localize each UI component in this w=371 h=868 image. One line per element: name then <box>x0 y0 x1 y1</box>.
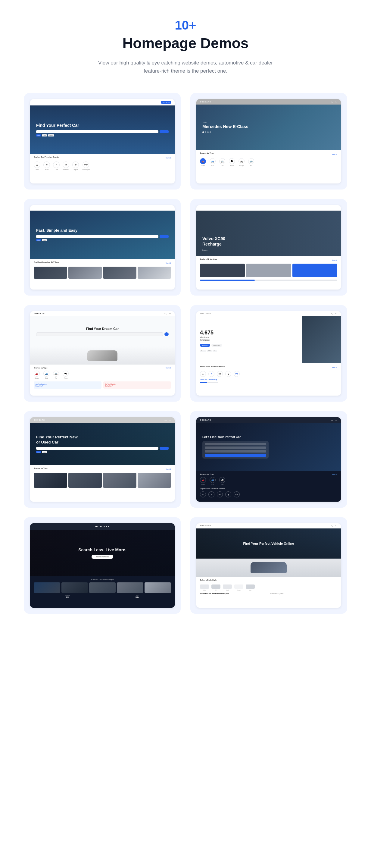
demo8-field-3[interactable] <box>205 450 266 453</box>
demo8-brand-2: F <box>208 491 214 497</box>
demo5-type-1: 🚗 Sedan <box>34 371 40 379</box>
demo5-view-all[interactable]: View All <box>166 367 171 369</box>
demo8-type-3-icon[interactable]: 🚐 <box>219 477 225 483</box>
demo9-search-btn[interactable]: Search Vehicles <box>92 555 113 559</box>
brand-bmw-icon: ★ <box>43 161 50 168</box>
demo-card-7[interactable]: BOXCARS Buy Sell Find Your Perfect Newor… <box>24 411 181 508</box>
demo8-type-2-label: SUV <box>211 484 214 485</box>
demo6-count-section: 4,675 VehiclesAvailable New Cars Used Ca… <box>196 316 302 363</box>
demo5-type-2-icon[interactable]: 🚙 <box>43 371 49 377</box>
demo5-search-btn[interactable] <box>164 332 169 336</box>
demo6-brand-audi: A <box>200 371 206 377</box>
type-coupe-icon[interactable]: 🚓 <box>238 158 244 164</box>
demo3-view-all[interactable]: View All <box>166 262 171 264</box>
demo9-bottom: A Vehicle For Every Lifestyle Model X $4… <box>30 576 175 608</box>
type-suv-icon[interactable]: 🚙 <box>210 158 215 164</box>
demo7-title: Find Your Perfect Newor Used Car <box>36 435 169 445</box>
demo3-title: Fast, Simple and Easy <box>36 228 169 232</box>
demo5-nav-link-1: Buy <box>164 313 167 314</box>
demo1-view-all[interactable]: View All <box>166 157 171 159</box>
demo7-search-btn[interactable] <box>160 447 169 450</box>
demo7-search-bar[interactable] <box>36 447 158 450</box>
demo10-hero: Find Your Perfect Vehicle Online <box>196 528 341 559</box>
demo4-nav-link-1: Buy <box>331 207 333 209</box>
demo5-title: Find Your Dream Car <box>86 327 119 331</box>
demo6-tab-used[interactable]: Used Cars <box>211 344 222 347</box>
type-sedan-icon[interactable]: 🚗 <box>200 158 206 164</box>
type-van-icon[interactable]: 🚐 <box>219 158 225 164</box>
demo9-hero: Search Less. Live More. Search Vehicles <box>30 530 175 576</box>
demo5-type-2: 🚙 SUV <box>43 371 49 379</box>
demo6-tag-van: Van <box>213 350 217 352</box>
demo1-tag-new: New <box>36 134 41 136</box>
demo5-type-4-icon[interactable]: ⛟ <box>63 371 69 377</box>
dot-1[interactable] <box>202 131 204 133</box>
demo6-preview: BOXCARS Buy Sell 4,675 VehiclesAvailable… <box>196 311 341 396</box>
demo-card-6[interactable]: BOXCARS Buy Sell 4,675 VehiclesAvailable… <box>190 305 347 402</box>
demo-card-4[interactable]: BOXCARS Buy Sell Volvo XC90Recharge Expl… <box>190 199 347 296</box>
suv-item-4 <box>138 267 171 279</box>
brand-audi-label: Audi <box>36 169 38 170</box>
demo1-search-bar[interactable] <box>36 130 158 133</box>
demo5-type-1-label: Sedan <box>35 377 39 379</box>
brand-ford-icon: F <box>53 161 60 168</box>
demo5-car-silhouette <box>87 350 117 361</box>
demo7-view-all[interactable]: View All <box>166 468 171 470</box>
demo2-view-all[interactable]: View All <box>332 153 337 155</box>
demo8-field-2[interactable] <box>205 446 266 449</box>
type-van: 🚐 Van <box>219 158 225 166</box>
demo5-buy-cta[interactable]: Are You LookingFor a Car? <box>34 381 101 389</box>
body-coupe-label: Coupe <box>237 589 241 591</box>
suv-item-3 <box>103 267 136 279</box>
demo3-search-btn[interactable] <box>160 235 169 238</box>
demo5-search-bar[interactable] <box>36 332 163 336</box>
demo-card-3[interactable]: BOXCARS Buy Sell Fast, Simple and Easy N… <box>24 199 181 296</box>
body-suv-icon <box>211 585 221 589</box>
suv-item-1 <box>34 267 67 279</box>
demo5-browse-header: Browse by Type View All <box>34 367 171 369</box>
demo8-field-1[interactable] <box>205 443 266 445</box>
demo8-type-2-icon[interactable]: 🚙 <box>210 477 215 483</box>
demo-card-1[interactable]: BOXCARS Buy Sell About List Your Car Fin… <box>24 93 181 189</box>
demo6-hero-image <box>302 316 341 363</box>
dot-4[interactable] <box>210 131 211 133</box>
type-truck-icon[interactable]: ⛟ <box>229 158 235 164</box>
demo3-nav-links: Buy Sell <box>164 207 171 209</box>
body-van: Van <box>246 585 255 591</box>
demo5-browse-label: Browse by Type <box>34 367 47 369</box>
demo-card-2[interactable]: BOXCARS Buy Sell 2024 Mercedes New E-Cla… <box>190 93 347 189</box>
demo-card-8[interactable]: BOXCARS Buy Sell Let's Find Your Perfect… <box>190 411 347 508</box>
type-bus: 🚌 Bus <box>248 158 254 166</box>
demo4-view-all[interactable]: View All <box>332 259 337 261</box>
demo6-brands-row: A F MB ◈ VW <box>200 371 337 377</box>
body-truck-label: Truck <box>226 589 229 591</box>
demo2-nav: BOXCARS Buy Sell <box>196 99 341 104</box>
demo7-browse-header: Browse by Type View All <box>34 467 171 471</box>
dot-3[interactable] <box>207 131 209 133</box>
demo-card-10[interactable]: BOXCARS Buy Sell Find Your Perfect Vehic… <box>190 517 347 614</box>
demo1-nav-link-1: Buy <box>97 101 99 103</box>
demo-card-9[interactable]: BOXCARS Search Less. Live More. Search V… <box>24 517 181 614</box>
demo6-brands-label: Explore Our Premium Brands <box>200 366 225 367</box>
demo1-list-btn[interactable]: List Your Car <box>161 101 171 104</box>
dot-2[interactable] <box>205 131 206 133</box>
demo5-type-3-icon[interactable]: 🚐 <box>53 371 59 377</box>
demo8-submit[interactable] <box>205 454 266 457</box>
demo4-explore-label: Explore All Vehicles <box>200 258 217 260</box>
type-bus-icon[interactable]: 🚌 <box>248 158 254 164</box>
type-sedan-label: Sedan <box>201 165 205 166</box>
demo6-tab-new[interactable]: New Cars <box>200 344 210 347</box>
demo5-type-1-icon[interactable]: 🚗 <box>34 371 40 377</box>
demo-card-5[interactable]: BOXCARS Buy Sell Find Your Dream Car <box>24 305 181 402</box>
demo1-search-button[interactable] <box>160 130 169 133</box>
demo8-type-1-icon[interactable]: 🚗 <box>200 477 206 483</box>
demo10-nav-links: Buy Sell <box>331 525 337 527</box>
demo8-brands-label: Explore Our Premium Brands <box>200 488 225 490</box>
demo1-preview: BOXCARS Buy Sell About List Your Car Fin… <box>30 99 175 184</box>
demo5-sell-cta[interactable]: Do You Want toSell a Car? <box>103 381 171 389</box>
demo3-tag-new: New <box>36 239 41 241</box>
demo5-car-image <box>30 346 175 365</box>
demo6-view-all[interactable]: View All <box>332 366 337 368</box>
demo8-view-all[interactable]: View All <box>332 473 337 475</box>
demo3-search-bar[interactable] <box>36 235 158 238</box>
